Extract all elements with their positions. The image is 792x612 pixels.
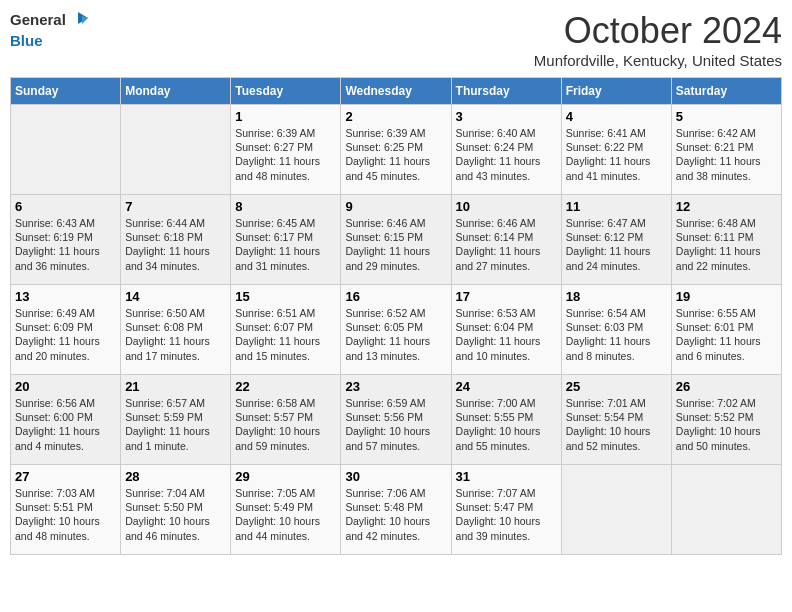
day-info: Sunrise: 6:46 AMSunset: 6:15 PMDaylight:…	[345, 216, 446, 273]
calendar-cell: 4Sunrise: 6:41 AMSunset: 6:22 PMDaylight…	[561, 105, 671, 195]
day-number: 19	[676, 289, 777, 304]
calendar-cell: 23Sunrise: 6:59 AMSunset: 5:56 PMDayligh…	[341, 375, 451, 465]
day-number: 25	[566, 379, 667, 394]
day-number: 30	[345, 469, 446, 484]
day-info: Sunrise: 6:44 AMSunset: 6:18 PMDaylight:…	[125, 216, 226, 273]
day-number: 7	[125, 199, 226, 214]
svg-marker-1	[82, 16, 88, 24]
day-info: Sunrise: 6:39 AMSunset: 6:27 PMDaylight:…	[235, 126, 336, 183]
calendar-cell: 21Sunrise: 6:57 AMSunset: 5:59 PMDayligh…	[121, 375, 231, 465]
day-number: 3	[456, 109, 557, 124]
day-info: Sunrise: 7:02 AMSunset: 5:52 PMDaylight:…	[676, 396, 777, 453]
calendar-cell: 26Sunrise: 7:02 AMSunset: 5:52 PMDayligh…	[671, 375, 781, 465]
day-info: Sunrise: 7:04 AMSunset: 5:50 PMDaylight:…	[125, 486, 226, 543]
day-info: Sunrise: 6:57 AMSunset: 5:59 PMDaylight:…	[125, 396, 226, 453]
day-number: 4	[566, 109, 667, 124]
day-info: Sunrise: 7:01 AMSunset: 5:54 PMDaylight:…	[566, 396, 667, 453]
day-number: 13	[15, 289, 116, 304]
calendar-cell: 14Sunrise: 6:50 AMSunset: 6:08 PMDayligh…	[121, 285, 231, 375]
calendar-cell: 17Sunrise: 6:53 AMSunset: 6:04 PMDayligh…	[451, 285, 561, 375]
calendar-cell: 31Sunrise: 7:07 AMSunset: 5:47 PMDayligh…	[451, 465, 561, 555]
day-number: 18	[566, 289, 667, 304]
calendar-cell: 29Sunrise: 7:05 AMSunset: 5:49 PMDayligh…	[231, 465, 341, 555]
weekday-header-saturday: Saturday	[671, 78, 781, 105]
calendar-cell	[121, 105, 231, 195]
day-info: Sunrise: 6:53 AMSunset: 6:04 PMDaylight:…	[456, 306, 557, 363]
calendar-cell	[671, 465, 781, 555]
day-info: Sunrise: 7:07 AMSunset: 5:47 PMDaylight:…	[456, 486, 557, 543]
day-number: 15	[235, 289, 336, 304]
logo: General Blue	[10, 10, 90, 50]
day-number: 31	[456, 469, 557, 484]
weekday-header-thursday: Thursday	[451, 78, 561, 105]
calendar-cell: 11Sunrise: 6:47 AMSunset: 6:12 PMDayligh…	[561, 195, 671, 285]
day-info: Sunrise: 6:46 AMSunset: 6:14 PMDaylight:…	[456, 216, 557, 273]
calendar-cell: 28Sunrise: 7:04 AMSunset: 5:50 PMDayligh…	[121, 465, 231, 555]
day-number: 29	[235, 469, 336, 484]
day-number: 1	[235, 109, 336, 124]
calendar-cell: 18Sunrise: 6:54 AMSunset: 6:03 PMDayligh…	[561, 285, 671, 375]
day-info: Sunrise: 6:39 AMSunset: 6:25 PMDaylight:…	[345, 126, 446, 183]
day-info: Sunrise: 7:06 AMSunset: 5:48 PMDaylight:…	[345, 486, 446, 543]
day-number: 23	[345, 379, 446, 394]
calendar-cell: 27Sunrise: 7:03 AMSunset: 5:51 PMDayligh…	[11, 465, 121, 555]
day-info: Sunrise: 6:47 AMSunset: 6:12 PMDaylight:…	[566, 216, 667, 273]
calendar-cell: 30Sunrise: 7:06 AMSunset: 5:48 PMDayligh…	[341, 465, 451, 555]
day-number: 2	[345, 109, 446, 124]
day-info: Sunrise: 7:05 AMSunset: 5:49 PMDaylight:…	[235, 486, 336, 543]
day-number: 11	[566, 199, 667, 214]
calendar-table: SundayMondayTuesdayWednesdayThursdayFrid…	[10, 77, 782, 555]
day-info: Sunrise: 6:43 AMSunset: 6:19 PMDaylight:…	[15, 216, 116, 273]
day-info: Sunrise: 6:50 AMSunset: 6:08 PMDaylight:…	[125, 306, 226, 363]
calendar-cell: 8Sunrise: 6:45 AMSunset: 6:17 PMDaylight…	[231, 195, 341, 285]
day-number: 10	[456, 199, 557, 214]
month-title: October 2024	[534, 10, 782, 52]
calendar-cell	[561, 465, 671, 555]
day-info: Sunrise: 6:55 AMSunset: 6:01 PMDaylight:…	[676, 306, 777, 363]
calendar-cell	[11, 105, 121, 195]
day-number: 26	[676, 379, 777, 394]
calendar-cell: 13Sunrise: 6:49 AMSunset: 6:09 PMDayligh…	[11, 285, 121, 375]
calendar-cell: 12Sunrise: 6:48 AMSunset: 6:11 PMDayligh…	[671, 195, 781, 285]
day-number: 14	[125, 289, 226, 304]
day-info: Sunrise: 6:40 AMSunset: 6:24 PMDaylight:…	[456, 126, 557, 183]
day-info: Sunrise: 6:59 AMSunset: 5:56 PMDaylight:…	[345, 396, 446, 453]
day-number: 27	[15, 469, 116, 484]
calendar-cell: 10Sunrise: 6:46 AMSunset: 6:14 PMDayligh…	[451, 195, 561, 285]
day-info: Sunrise: 6:58 AMSunset: 5:57 PMDaylight:…	[235, 396, 336, 453]
day-info: Sunrise: 6:41 AMSunset: 6:22 PMDaylight:…	[566, 126, 667, 183]
location: Munfordville, Kentucky, United States	[534, 52, 782, 69]
day-info: Sunrise: 7:00 AMSunset: 5:55 PMDaylight:…	[456, 396, 557, 453]
day-info: Sunrise: 7:03 AMSunset: 5:51 PMDaylight:…	[15, 486, 116, 543]
day-number: 24	[456, 379, 557, 394]
day-number: 8	[235, 199, 336, 214]
calendar-cell: 22Sunrise: 6:58 AMSunset: 5:57 PMDayligh…	[231, 375, 341, 465]
weekday-header-sunday: Sunday	[11, 78, 121, 105]
day-number: 20	[15, 379, 116, 394]
calendar-cell: 1Sunrise: 6:39 AMSunset: 6:27 PMDaylight…	[231, 105, 341, 195]
weekday-header-wednesday: Wednesday	[341, 78, 451, 105]
day-info: Sunrise: 6:45 AMSunset: 6:17 PMDaylight:…	[235, 216, 336, 273]
day-info: Sunrise: 6:51 AMSunset: 6:07 PMDaylight:…	[235, 306, 336, 363]
calendar-cell: 19Sunrise: 6:55 AMSunset: 6:01 PMDayligh…	[671, 285, 781, 375]
calendar-cell: 7Sunrise: 6:44 AMSunset: 6:18 PMDaylight…	[121, 195, 231, 285]
page-header: General Blue October 2024 Munfordville, …	[10, 10, 782, 69]
day-number: 5	[676, 109, 777, 124]
day-number: 22	[235, 379, 336, 394]
weekday-header-monday: Monday	[121, 78, 231, 105]
day-number: 12	[676, 199, 777, 214]
weekday-header-friday: Friday	[561, 78, 671, 105]
calendar-cell: 6Sunrise: 6:43 AMSunset: 6:19 PMDaylight…	[11, 195, 121, 285]
logo-wordmark: General Blue	[10, 10, 90, 50]
calendar-cell: 2Sunrise: 6:39 AMSunset: 6:25 PMDaylight…	[341, 105, 451, 195]
day-number: 28	[125, 469, 226, 484]
calendar-cell: 20Sunrise: 6:56 AMSunset: 6:00 PMDayligh…	[11, 375, 121, 465]
day-info: Sunrise: 6:56 AMSunset: 6:00 PMDaylight:…	[15, 396, 116, 453]
day-number: 21	[125, 379, 226, 394]
calendar-cell: 5Sunrise: 6:42 AMSunset: 6:21 PMDaylight…	[671, 105, 781, 195]
day-info: Sunrise: 6:48 AMSunset: 6:11 PMDaylight:…	[676, 216, 777, 273]
calendar-cell: 15Sunrise: 6:51 AMSunset: 6:07 PMDayligh…	[231, 285, 341, 375]
day-number: 9	[345, 199, 446, 214]
day-info: Sunrise: 6:52 AMSunset: 6:05 PMDaylight:…	[345, 306, 446, 363]
day-info: Sunrise: 6:54 AMSunset: 6:03 PMDaylight:…	[566, 306, 667, 363]
